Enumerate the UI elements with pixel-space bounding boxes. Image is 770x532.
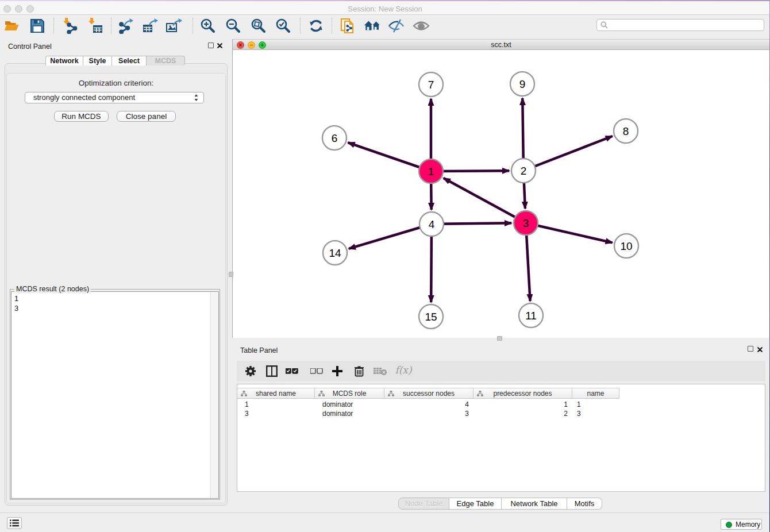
control-tab-network[interactable]: Network [45, 56, 83, 65]
cell-r1-successor-nodes[interactable]: 3 [384, 409, 469, 418]
table-panel-close-icon[interactable] [757, 347, 763, 352]
node-3[interactable]: 3 [514, 211, 538, 235]
unselect-all-icon[interactable] [308, 363, 325, 380]
cell-r0-successor-nodes[interactable]: 4 [384, 400, 469, 409]
table-tab-network-table[interactable]: Network Table [502, 498, 567, 510]
main-toolbar [0, 15, 769, 39]
horizontal-splitter-handle[interactable] [497, 336, 502, 341]
svg-text:14: 14 [329, 247, 341, 259]
table-tab-motifs[interactable]: Motifs [567, 498, 602, 510]
optimization-criterion-select[interactable]: strongly connected component [25, 92, 204, 103]
control-panel-close-icon[interactable] [217, 43, 222, 48]
add-column-icon[interactable] [329, 363, 346, 380]
svg-text:3: 3 [523, 217, 529, 229]
memory-label: Memory [736, 521, 760, 529]
toolbar-separator [300, 18, 301, 34]
table-tab-edge-table[interactable]: Edge Table [449, 498, 502, 510]
cell-r1-MCDS-role[interactable]: dominator [322, 409, 384, 418]
function-builder-icon[interactable]: f(x) [395, 361, 412, 379]
mcds-result-group: MCDS result (2 nodes) 1 3 [10, 289, 220, 500]
delete-table-icon[interactable] [372, 363, 389, 380]
window-titlebar: Session: New Session [0, 1, 770, 15]
vertical-splitter-handle[interactable] [229, 272, 233, 277]
search-input[interactable] [610, 20, 759, 30]
network-window-titlebar: × – + scc.txt [233, 39, 769, 50]
cell-r0-name[interactable]: 1 [577, 400, 619, 409]
network-view-window: × – + scc.txt 1234678910111415 [232, 39, 769, 338]
node-10[interactable]: 10 [614, 234, 638, 258]
import-network-icon[interactable] [61, 17, 79, 34]
toggle-graphics-details-icon[interactable] [388, 17, 405, 34]
split-pane-icon[interactable] [263, 363, 280, 380]
network-graph[interactable]: 1234678910111415 [233, 50, 769, 338]
welcome-screen-icon[interactable] [364, 17, 381, 34]
node-14[interactable]: 14 [323, 241, 347, 265]
zoom-fit-icon[interactable] [250, 17, 267, 34]
table-panel-float-icon[interactable] [748, 346, 753, 352]
clone-network-icon[interactable] [339, 17, 356, 34]
control-panel-title: Control Panel [8, 43, 52, 51]
column-header-MCDS-role[interactable]: MCDS role [315, 388, 384, 398]
cell-r1-shared-name[interactable]: 3 [245, 409, 315, 418]
control-panel-float-icon[interactable] [208, 43, 214, 48]
svg-text:4: 4 [429, 218, 435, 230]
edge-3-10[interactable] [526, 223, 613, 242]
edge-2-8[interactable] [523, 136, 613, 171]
control-tab-select[interactable]: Select [112, 56, 147, 65]
column-header-shared-name[interactable]: shared name [237, 388, 315, 398]
cell-r0-shared-name[interactable]: 1 [245, 400, 315, 409]
node-6[interactable]: 6 [322, 126, 346, 150]
zoom-out-icon[interactable] [225, 17, 242, 34]
import-table-icon[interactable] [87, 17, 104, 34]
select-all-icon[interactable] [283, 363, 301, 380]
table-panel: Table Panel f(x) shared nameMCDS rolesuc… [233, 342, 769, 511]
new-network-icon[interactable] [118, 17, 135, 34]
memory-button[interactable]: Memory [721, 519, 762, 530]
svg-text:8: 8 [623, 125, 629, 137]
export-image-icon[interactable] [165, 17, 183, 34]
control-tab-mcds[interactable]: MCDS [147, 56, 185, 65]
svg-text:15: 15 [425, 311, 437, 323]
select-stepper-icon [194, 94, 199, 102]
mcds-result-text[interactable]: 1 3 [11, 291, 219, 499]
edge-3-1[interactable] [444, 178, 526, 223]
mcds-result-title: MCDS result (2 nodes) [14, 285, 91, 293]
cell-r1-predecessor-nodes[interactable]: 2 [473, 409, 568, 418]
open-file-icon[interactable] [3, 17, 21, 34]
node-7[interactable]: 7 [419, 72, 443, 97]
node-8[interactable]: 8 [614, 119, 638, 143]
node-4[interactable]: 4 [419, 212, 444, 236]
cell-r0-predecessor-nodes[interactable]: 1 [473, 400, 568, 409]
close-panel-button[interactable]: Close panel [117, 111, 176, 122]
task-history-button[interactable] [7, 517, 22, 529]
node-9[interactable]: 9 [510, 72, 534, 96]
network-window-title: scc.txt [233, 41, 769, 49]
node-2[interactable]: 2 [511, 159, 536, 183]
show-hide-preview-icon[interactable] [413, 17, 430, 34]
export-table-icon[interactable] [142, 17, 159, 34]
control-panel: Control Panel NetworkStyleSelectMCDS Opt… [0, 39, 232, 511]
gear-icon[interactable] [242, 363, 259, 380]
control-tab-style[interactable]: Style [83, 56, 112, 65]
column-header-successor-nodes[interactable]: successor nodes [384, 388, 473, 398]
refresh-view-icon[interactable] [307, 17, 325, 34]
toolbar-separator [111, 18, 111, 34]
node-11[interactable]: 11 [519, 303, 543, 327]
edge-1-6[interactable] [348, 142, 431, 171]
search-box[interactable] [596, 19, 764, 31]
mcds-result-scrollbar[interactable] [210, 292, 218, 498]
node-1[interactable]: 1 [419, 159, 443, 183]
cell-r0-MCDS-role[interactable]: dominator [322, 400, 384, 409]
node-15[interactable]: 15 [419, 304, 443, 329]
column-header-name[interactable]: name [572, 388, 619, 398]
save-session-icon[interactable] [29, 17, 46, 34]
run-mcds-button[interactable]: Run MCDS [54, 111, 109, 122]
delete-column-icon[interactable] [351, 363, 368, 380]
column-header-predecessor-nodes[interactable]: predecessor nodes [473, 388, 572, 398]
edge-4-14[interactable] [349, 224, 432, 249]
status-bar: Memory [0, 512, 769, 532]
table-tab-node-table[interactable]: Node Table [398, 498, 449, 510]
zoom-selected-icon[interactable] [275, 17, 292, 34]
zoom-in-icon[interactable] [199, 17, 217, 34]
cell-r1-name[interactable]: 3 [577, 409, 619, 418]
